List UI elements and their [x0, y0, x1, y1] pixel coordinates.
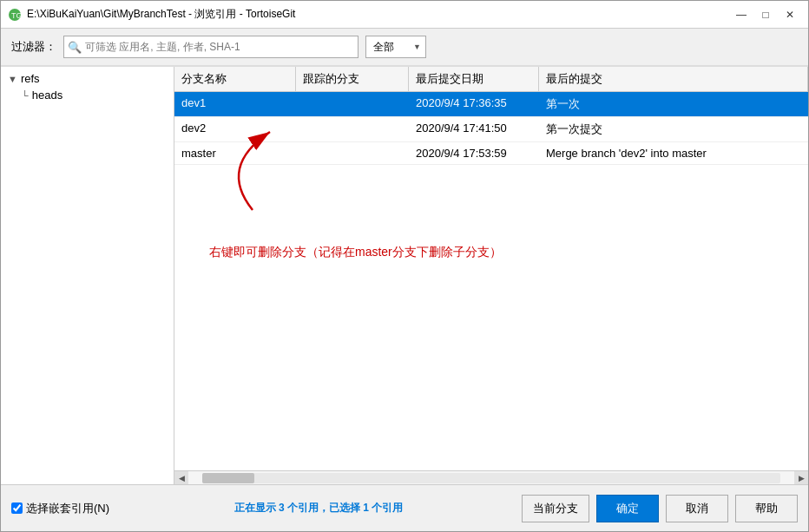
maximize-button[interactable]: □: [754, 5, 777, 24]
ok-button[interactable]: 确定: [596, 495, 659, 522]
titlebar-controls: — □ ✕: [730, 5, 801, 24]
table-row[interactable]: dev1 2020/9/4 17:36:35 第一次: [174, 92, 808, 117]
filter-input-wrap: 🔍: [63, 36, 358, 58]
main-window: TG E:\XiBuKaiYuan\Git\MyBranchTest - 浏览引…: [0, 0, 809, 532]
tree-item-heads[interactable]: └ heads: [1, 87, 174, 103]
checkbox-wrap: 选择嵌套引用(N): [11, 501, 115, 516]
expand-icon-refs: ▼: [8, 74, 17, 84]
current-branch-button[interactable]: 当前分支: [522, 495, 589, 522]
filter-input[interactable]: [85, 41, 354, 53]
window-title: E:\XiBuKaiYuan\Git\MyBranchTest - 浏览引用 -…: [27, 7, 295, 22]
table-row[interactable]: dev2 2020/9/4 17:41:50 第一次提交: [174, 117, 808, 142]
table-body: dev1 2020/9/4 17:36:35 第一次 dev2 2020/9/4…: [174, 92, 808, 470]
svg-text:TG: TG: [11, 11, 22, 20]
tree-item-refs[interactable]: ▼ refs: [1, 70, 174, 87]
table-panel: 分支名称 跟踪的分支 最后提交日期 最后的提交 dev1 2020/9/4 17…: [174, 67, 808, 484]
cell-message-dev1: 第一次: [539, 92, 808, 116]
cell-branch-dev2: dev2: [174, 117, 296, 141]
cell-date-dev2: 2020/9/4 17:41:50: [409, 117, 539, 141]
nested-refs-checkbox[interactable]: [11, 502, 23, 514]
search-icon: 🔍: [68, 41, 82, 54]
nested-refs-label[interactable]: 选择嵌套引用(N): [26, 501, 109, 516]
cell-message-master: Merge branch 'dev2' into master: [539, 142, 808, 164]
col-header-branch: 分支名称: [174, 67, 296, 91]
cell-date-dev1: 2020/9/4 17:36:35: [409, 92, 539, 116]
status-text-prefix: 正在显示 3 个引用，已选择: [234, 502, 364, 514]
titlebar: TG E:\XiBuKaiYuan\Git\MyBranchTest - 浏览引…: [1, 1, 808, 29]
cell-message-dev2: 第一次提交: [539, 117, 808, 141]
main-content: ▼ refs └ heads 分支名称 跟踪的分支 最后提交日期 最后的提交 d…: [1, 66, 808, 484]
table-header: 分支名称 跟踪的分支 最后提交日期 最后的提交: [174, 67, 808, 92]
cell-tracking-master: [296, 142, 409, 164]
cell-date-master: 2020/9/4 17:53:59: [409, 142, 539, 164]
col-header-tracking: 跟踪的分支: [296, 67, 409, 91]
expand-icon-heads: └: [22, 90, 29, 101]
tree-panel: ▼ refs └ heads: [1, 67, 174, 484]
status-text-suffix: 个引用: [369, 502, 403, 514]
cell-tracking-dev1: [296, 92, 409, 116]
filter-label: 过滤器：: [11, 39, 56, 55]
cancel-button[interactable]: 取消: [666, 495, 728, 522]
titlebar-left: TG E:\XiBuKaiYuan\Git\MyBranchTest - 浏览引…: [8, 7, 295, 22]
filter-dropdown-wrap: 全部 分支 标签: [365, 36, 426, 58]
horizontal-scrollbar[interactable]: ◀ ▶: [174, 470, 808, 484]
filter-dropdown[interactable]: 全部 分支 标签: [365, 36, 426, 58]
filter-bar: 过滤器： 🔍 全部 分支 标签: [1, 29, 808, 66]
table-row[interactable]: master 2020/9/4 17:53:59 Merge branch 'd…: [174, 142, 808, 165]
tree-label-refs: refs: [21, 72, 40, 85]
close-button[interactable]: ✕: [779, 5, 801, 24]
tree-label-heads: heads: [32, 89, 62, 102]
col-header-date: 最后提交日期: [409, 67, 539, 91]
app-icon: TG: [8, 8, 22, 22]
help-button[interactable]: 帮助: [735, 495, 798, 522]
status-count-highlight: 1: [363, 502, 369, 514]
minimize-button[interactable]: —: [730, 5, 753, 24]
status-bar: 选择嵌套引用(N) 正在显示 3 个引用，已选择 1 个引用 当前分支 确定 取…: [1, 484, 808, 531]
scrollbar-thumb[interactable]: [202, 473, 254, 483]
col-header-message: 最后的提交: [539, 67, 808, 91]
status-text: 正在显示 3 个引用，已选择 1 个引用: [122, 501, 515, 516]
cell-branch-dev1: dev1: [174, 92, 296, 116]
scroll-right-arrow[interactable]: ▶: [794, 471, 808, 485]
scroll-left-arrow[interactable]: ◀: [174, 471, 188, 485]
cell-tracking-dev2: [296, 117, 409, 141]
scrollbar-track: [202, 473, 780, 483]
cell-branch-master: master: [174, 142, 296, 164]
